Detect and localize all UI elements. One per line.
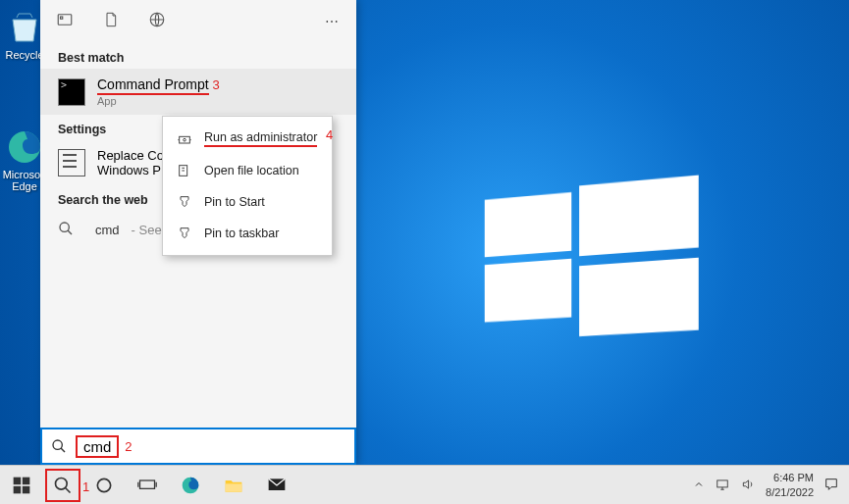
more-filters-button[interactable]: ⋯ — [325, 14, 341, 29]
ctx-open-file-location[interactable]: Open file location — [163, 155, 332, 186]
tray-network-icon[interactable] — [715, 478, 730, 493]
web-filter-icon[interactable] — [148, 11, 166, 32]
settings-toggle-icon — [58, 149, 85, 176]
best-match-result[interactable]: Command Prompt 3 App — [40, 69, 356, 115]
svg-rect-19 — [717, 479, 728, 486]
taskbar-app-mail[interactable] — [255, 466, 298, 505]
svg-point-13 — [56, 478, 68, 489]
web-result-query: cmd — [95, 223, 120, 237]
svg-rect-1 — [58, 15, 72, 25]
svg-point-5 — [53, 440, 62, 449]
search-icon — [58, 221, 74, 239]
ctx-run-as-administrator[interactable]: Run as administrator — [163, 123, 332, 155]
folder-icon — [177, 163, 192, 178]
start-button[interactable] — [0, 466, 43, 505]
tray-clock[interactable]: 6:46 PM 8/21/2022 — [766, 471, 814, 499]
svg-rect-10 — [23, 477, 30, 484]
svg-rect-6 — [180, 136, 190, 143]
apps-filter-icon[interactable] — [56, 11, 74, 32]
recycle-bin-icon — [5, 8, 44, 47]
tray-overflow-icon[interactable] — [693, 479, 705, 492]
edge-icon — [5, 127, 44, 167]
svg-rect-15 — [140, 480, 155, 488]
svg-rect-9 — [14, 477, 22, 484]
ctx-item-label: Open file location — [204, 164, 299, 177]
svg-point-4 — [60, 223, 69, 231]
ctx-item-label: Run as administrator — [204, 130, 317, 147]
pin-icon — [177, 194, 192, 210]
search-panel-topbar: ⋯ — [40, 0, 356, 43]
search-input[interactable]: cmd 2 — [40, 428, 356, 465]
svg-point-7 — [184, 138, 186, 141]
ctx-item-label: Pin to taskbar — [204, 227, 279, 240]
taskbar-app-edge[interactable] — [169, 466, 212, 505]
svg-rect-17 — [226, 483, 242, 491]
annotation-2: 2 — [125, 439, 132, 454]
command-prompt-icon — [58, 78, 85, 106]
annotation-1: 1 — [82, 479, 89, 494]
taskbar: 1 6:46 PM 8/21/2022 — [0, 465, 849, 504]
svg-rect-11 — [14, 485, 22, 493]
svg-rect-12 — [23, 485, 30, 493]
pin-icon — [177, 226, 192, 241]
svg-point-14 — [97, 479, 110, 491]
section-header-best-match: Best match — [40, 43, 356, 69]
search-icon — [42, 438, 76, 454]
best-match-title: Command Prompt 3 — [97, 76, 339, 95]
taskbar-search-button[interactable] — [45, 469, 80, 502]
tray-date: 8/21/2022 — [766, 485, 814, 499]
ctx-pin-to-taskbar[interactable]: Pin to taskbar — [163, 218, 332, 249]
svg-rect-2 — [61, 17, 63, 19]
documents-filter-icon[interactable] — [103, 11, 119, 32]
system-tray: 6:46 PM 8/21/2022 — [683, 471, 849, 499]
ctx-item-label: Pin to Start — [204, 195, 265, 209]
action-center-icon[interactable] — [823, 477, 839, 494]
ctx-pin-to-start[interactable]: Pin to Start — [163, 186, 332, 218]
admin-shield-icon — [177, 131, 192, 147]
task-view-button[interactable] — [126, 466, 169, 505]
taskbar-app-explorer[interactable] — [212, 466, 255, 505]
tray-volume-icon[interactable] — [740, 478, 756, 493]
context-menu: Run as administrator Open file location … — [162, 116, 333, 256]
annotation-4: 4 — [326, 127, 333, 142]
windows-logo-wallpaper — [485, 179, 699, 340]
tray-time: 6:46 PM — [766, 471, 814, 484]
search-input-value: cmd — [76, 435, 119, 458]
best-match-subtitle: App — [97, 95, 339, 107]
